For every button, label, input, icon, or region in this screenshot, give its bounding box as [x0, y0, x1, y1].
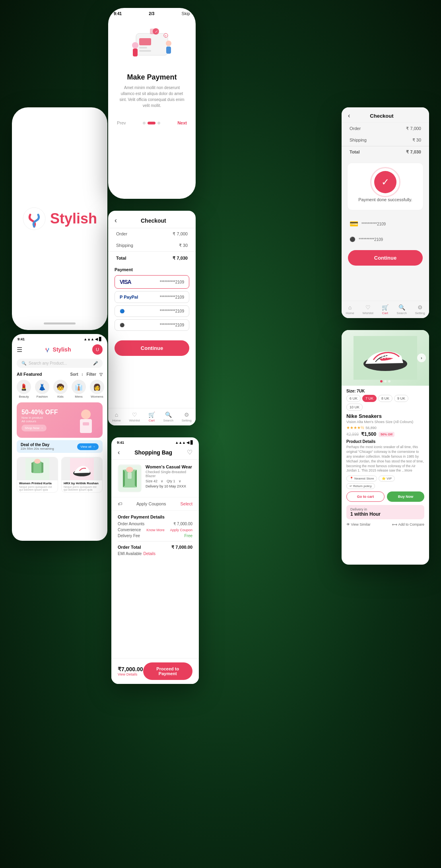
nearest-store-tag[interactable]: 📍 Nearest Store: [346, 476, 377, 482]
blazer-illustration: [119, 466, 141, 491]
nav-search-label: Search: [397, 311, 407, 315]
next-button[interactable]: Next: [177, 120, 187, 125]
divider: [118, 541, 192, 542]
dot-3: [388, 380, 390, 383]
bag-status-bar: 9:41 ▲▲▲ ◀ ▊: [111, 437, 199, 446]
order-amounts-row: Order Amounts ₹ 7,000.00: [118, 522, 192, 526]
nav-home[interactable]: ⌂ Home: [112, 412, 120, 422]
category-fashion[interactable]: 👗 Fashion: [35, 380, 49, 398]
svg-point-7: [166, 41, 171, 46]
svg-rect-3: [139, 47, 147, 49]
size-10uk[interactable]: 10 UK: [346, 404, 363, 411]
search-bar[interactable]: 🔍 Search any Product... 🎤: [17, 359, 103, 368]
apply-coupon-button[interactable]: Apply Coupon: [170, 528, 192, 532]
view-similar-button[interactable]: 👁 View Similar: [346, 522, 371, 526]
product-card-1[interactable]: Women Printed Kurta Neque porro quisquam…: [17, 457, 58, 493]
image-dots: [380, 380, 390, 383]
svg-point-24: [34, 459, 41, 464]
promo-illustration: [74, 407, 98, 433]
payment-option3[interactable]: 🔵 **********2109: [115, 305, 189, 317]
category-mens[interactable]: 👔 Mens: [72, 380, 86, 398]
shop-now-button[interactable]: Shop Now →: [21, 425, 47, 431]
beauty-circle: 💄: [17, 380, 31, 394]
illustration-area: ✓ ?: [108, 17, 196, 73]
sort-button[interactable]: Sort: [70, 372, 78, 377]
deal-bar: Deal of the Day 22h 55m 20s remaining Vi…: [17, 440, 103, 453]
continue-button[interactable]: Continue: [115, 340, 189, 356]
category-womens[interactable]: 👩 Womens: [90, 380, 104, 398]
payment-visa[interactable]: VISA **********2109: [115, 275, 189, 289]
nav-search[interactable]: 🔍 Search: [163, 412, 173, 422]
product-name: Nike Sneakers: [346, 413, 424, 419]
product-card-2[interactable]: HRX by Hrithik Roshan Neque porro quisqu…: [61, 457, 103, 493]
home-icon: ⌂: [115, 412, 118, 418]
know-more-link[interactable]: Know More: [146, 528, 165, 532]
success-shipping-label: Shipping: [350, 138, 367, 143]
view-details-link[interactable]: View Details: [118, 672, 143, 676]
back-arrow-icon[interactable]: ‹: [348, 112, 350, 119]
success-nav-search[interactable]: 🔍 Search: [397, 304, 407, 315]
womens-label: Womens: [91, 395, 103, 398]
card2-number: **********2109: [359, 237, 383, 242]
svg-rect-21: [83, 422, 89, 425]
payment-option4[interactable]: ⚫ **********2109: [115, 319, 189, 331]
order-row: Order ₹ 7,000: [108, 228, 196, 240]
vip-tag[interactable]: ⭐ VIP: [379, 476, 395, 482]
nav-cart[interactable]: 🛒 Cart: [148, 412, 155, 422]
price-row: ₹2,999 ₹1,500 50% Off: [346, 431, 424, 437]
add-compare-button[interactable]: ⟷ Add to Compare: [392, 522, 424, 526]
payment-paypal[interactable]: P PayPal **********2109: [115, 291, 189, 303]
card-row-1: 💳 **********2109: [342, 215, 429, 232]
payment-section: Payment VISA **********2109 P PayPal ***…: [108, 264, 196, 336]
svg-rect-8: [166, 47, 171, 54]
product-card-1-title: Women Printed Kurta: [17, 480, 58, 485]
emi-details-link[interactable]: Details: [143, 551, 155, 556]
proceed-to-payment-button[interactable]: Proceed to Payment: [143, 662, 193, 680]
category-beauty[interactable]: 💄 Beauty: [17, 380, 31, 398]
back-arrow-icon[interactable]: ‹: [118, 449, 120, 456]
nav-wishlist[interactable]: ♡ Wishlist: [129, 412, 140, 422]
time-display: 9:41: [117, 441, 124, 445]
success-nav-cart[interactable]: 🛒 Cart: [382, 304, 389, 315]
size-9uk[interactable]: 9 UK: [394, 395, 408, 402]
product-tags: 📍 Nearest Store ⭐ VIP ↩ Return policy: [346, 476, 424, 489]
success-continue-button[interactable]: Continue: [348, 250, 423, 266]
go-to-cart-button[interactable]: Go to cart: [346, 491, 385, 502]
item-meta: Size 42 ∨ Qty 1 ∨: [146, 479, 192, 483]
select-coupon-button[interactable]: Select: [180, 501, 192, 506]
success-nav-home[interactable]: ⌂ Home: [346, 304, 354, 315]
skip-button[interactable]: Skip: [182, 11, 190, 16]
delivery-fee-label: Delivery Fee: [118, 534, 140, 538]
order-label: Order: [116, 231, 127, 237]
order-value: ₹ 7,000: [173, 231, 188, 237]
onboard-title: Make Payment: [108, 73, 196, 82]
category-kids[interactable]: 🧒 Kids: [53, 380, 68, 398]
convenience-label: Convenience: [118, 528, 141, 532]
fashion-icon: 👗: [38, 383, 46, 391]
option3-number: **********2109: [160, 309, 184, 313]
stylish-logo-icon: [22, 207, 46, 231]
wishlist-icon[interactable]: ♡: [187, 449, 192, 456]
delivery-banner: Delivery in 1 within Hour: [346, 505, 424, 519]
view-all-button[interactable]: View all →: [77, 443, 99, 450]
shoe-product-illustration: [70, 458, 94, 480]
buy-now-button[interactable]: Buy Now: [387, 491, 424, 502]
return-icon: ↩: [350, 484, 352, 488]
next-image-button[interactable]: ›: [417, 353, 426, 362]
nav-settings[interactable]: ⚙ Setting: [182, 412, 192, 422]
success-nav-wishlist[interactable]: ♡ Wishlist: [362, 304, 373, 315]
prev-button[interactable]: Prev: [117, 120, 126, 125]
size-6uk[interactable]: 6 UK: [346, 395, 361, 402]
order-amounts-value: ₹ 7,000.00: [173, 522, 192, 526]
menu-icon[interactable]: ☰: [17, 346, 22, 353]
size-7uk[interactable]: 7 UK: [362, 395, 377, 402]
filter-button[interactable]: Filter: [87, 372, 96, 377]
success-nav-settings[interactable]: ⚙ Setting: [415, 304, 425, 315]
size-8uk[interactable]: 8 UK: [378, 395, 392, 402]
return-policy-tag[interactable]: ↩ Return policy: [346, 483, 375, 489]
product-image: ›: [342, 330, 429, 386]
back-arrow-icon[interactable]: ‹: [115, 216, 117, 225]
phone-product: › Size: 7UK 6 UK 7 UK 8 UK 9 UK 10 UK Ni…: [342, 330, 429, 565]
mic-icon: 🎤: [93, 361, 98, 365]
user-avatar[interactable]: U: [92, 344, 103, 355]
